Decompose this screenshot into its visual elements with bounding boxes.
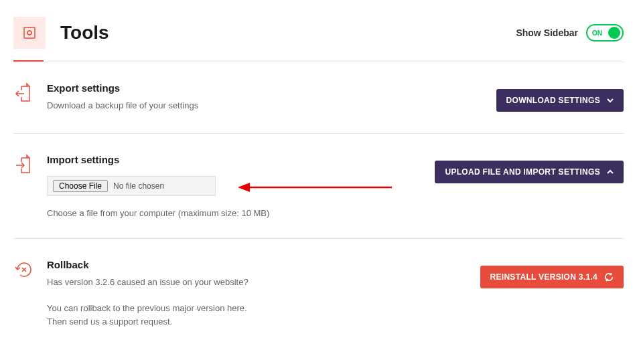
- chevron-up-icon: [607, 169, 614, 175]
- page-header: Tools Show Sidebar ON: [0, 0, 637, 62]
- reinstall-button[interactable]: Reinstall version 3.1.4: [480, 266, 624, 288]
- export-action: Download Settings: [496, 82, 624, 113]
- import-section: Import settings Choose File No file chos…: [0, 134, 637, 238]
- rollback-action: Reinstall version 3.1.4: [480, 259, 624, 329]
- import-help-text: Choose a file from your computer (maximu…: [47, 208, 435, 218]
- import-title: Import settings: [47, 154, 435, 165]
- file-status-text: No file chosen: [113, 181, 164, 191]
- export-icon: [13, 82, 47, 113]
- import-icon: [13, 154, 47, 218]
- annotation-arrow-icon: [238, 181, 392, 194]
- upload-import-button[interactable]: Upload file and import settings: [435, 161, 624, 183]
- import-action: Upload file and import settings: [435, 154, 624, 218]
- rollback-icon: [13, 259, 47, 329]
- export-content: Export settings Download a backup file o…: [47, 82, 496, 113]
- upload-button-label: Upload file and import settings: [445, 167, 600, 177]
- download-settings-button[interactable]: Download Settings: [496, 89, 624, 112]
- download-button-label: Download Settings: [506, 96, 600, 105]
- toggle-handle: [608, 27, 620, 39]
- export-desc: Download a backup file of your settings: [47, 99, 496, 113]
- rollback-title: Rollback: [47, 259, 480, 270]
- svg-rect-0: [24, 27, 35, 38]
- svg-marker-3: [238, 183, 250, 192]
- rollback-line1: Has version 3.2.6 caused an issue on you…: [47, 276, 480, 290]
- rollback-line3: Then send us a support request.: [47, 315, 480, 329]
- export-section: Export settings Download a backup file o…: [0, 62, 637, 133]
- chevron-down-icon: [607, 97, 614, 104]
- rollback-content: Rollback Has version 3.2.6 caused an iss…: [47, 259, 480, 329]
- header-right: Show Sidebar ON: [516, 24, 624, 41]
- rollback-section: Rollback Has version 3.2.6 caused an iss…: [0, 239, 637, 349]
- rollback-line2: You can rollback to the previous major v…: [47, 302, 480, 316]
- sidebar-toggle[interactable]: ON: [586, 24, 624, 41]
- choose-file-button[interactable]: Choose File: [53, 180, 108, 192]
- export-title: Export settings: [47, 82, 496, 94]
- file-input[interactable]: Choose File No file chosen: [47, 176, 216, 196]
- refresh-icon: [604, 272, 614, 282]
- toggle-state-label: ON: [592, 29, 602, 37]
- page-title: Tools: [60, 22, 109, 43]
- header-left: Tools: [13, 17, 109, 49]
- tools-icon: [13, 17, 46, 49]
- sidebar-toggle-label: Show Sidebar: [516, 27, 578, 38]
- reinstall-button-label: Reinstall version 3.1.4: [490, 272, 598, 282]
